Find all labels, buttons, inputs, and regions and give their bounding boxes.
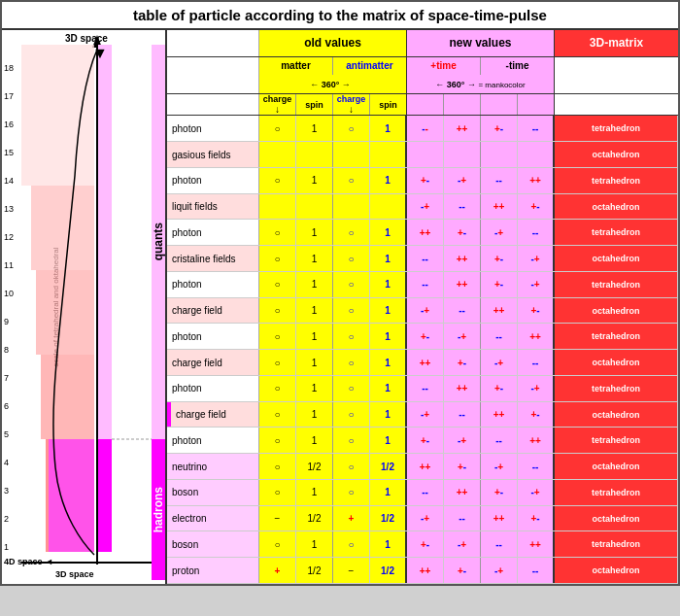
hadrons-label: hadrons	[152, 487, 165, 532]
particle-name: photon	[167, 428, 259, 453]
header-3d-matrix: 3D-matrix	[555, 30, 678, 56]
table-row: neutrino ○ 1/2 ○ 1/2 ++ +- -+ -- octahed…	[167, 454, 678, 480]
header-new-values: new values	[407, 30, 555, 56]
particle-cells: ○ 1 ○ 1 -- ++ +- -+ tetrahedron	[259, 480, 678, 505]
table-row: charge field ○ 1 ○ 1 ++ +- -+ -- octahed…	[167, 350, 678, 376]
particle-name: boson	[167, 531, 259, 557]
table-row: electron − 1/2 + 1/2 -+ -- ++ +- octahed…	[167, 506, 678, 532]
particle-cells: − 1/2 + 1/2 -+ -- ++ +- octahedron	[259, 506, 678, 531]
label-3d-top: 3D space	[65, 33, 108, 44]
main-container: table of particle according to the matri…	[0, 0, 680, 586]
particle-name: charge field	[167, 350, 259, 375]
svg-rect-6	[36, 270, 94, 355]
particle-name: charge field	[167, 402, 259, 428]
particle-name: liquit fields	[167, 194, 259, 220]
right-panel: old values new values 3D-matrix matter a…	[167, 30, 678, 584]
table-row: photon ○ 1 ○ 1 +- -+ -- ++ tetrahedron	[167, 428, 678, 454]
particle-cells: ○ 1 ○ 1 -- ++ +- -+ tetrahedron	[259, 376, 678, 401]
svg-rect-7	[41, 355, 94, 439]
antimatter-label: antimatter	[333, 57, 407, 75]
table-row: cristaline fields ○ 1 ○ 1 -- ++ +- -+ oc…	[167, 246, 678, 272]
header-particle-empty	[167, 30, 259, 56]
particle-cells: ○ 1 ○ 1 +- -+ -- ++ tetrahedron	[259, 531, 678, 557]
svg-rect-5	[31, 186, 94, 270]
page-title: table of particle according to the matri…	[2, 2, 678, 30]
particle-name: photon	[167, 376, 259, 401]
svg-rect-12	[98, 439, 112, 552]
sub-header-row1: matter antimatter +time -time	[167, 57, 678, 75]
table-row: liquit fields -+ -- ++ +- octahedron	[167, 194, 678, 221]
quants-label: quants	[152, 222, 165, 260]
particle-cells: ○ 1 ○ 1 +- -+ -- ++ tetrahedron	[259, 428, 678, 453]
particle-name: electron	[167, 506, 259, 531]
table-row: photon ○ 1 ○ 1 -- ++ +- -+ tetrahedron	[167, 376, 678, 402]
particle-name: photon	[167, 324, 259, 349]
particle-name: photon	[167, 116, 259, 141]
table-row: photon ○ 1 ○ 1 ++ +- -+ -- tetrahedron	[167, 220, 678, 246]
table-row: photon ○ 1 ○ 1 +- -+ -- ++ tetrahedron	[167, 168, 678, 194]
particle-name: proton	[167, 558, 259, 583]
particle-cells: ○ 1 ○ 1 -- ++ +- -- tetrahedron	[259, 116, 678, 141]
particle-name: photon	[167, 220, 259, 245]
table-row: proton + 1/2 − 1/2 ++ +- -+ -- octahedro…	[167, 558, 678, 584]
minus-time-label: -time	[481, 57, 555, 75]
table-row: boson ○ 1 ○ 1 -- ++ +- -+ tetrahedron	[167, 480, 678, 506]
table-row: charge field ○ 1 ○ 1 -+ -- ++ +- octahed…	[167, 402, 678, 428]
particle-cells: ○ 1 ○ 1 +- -+ -- ++ tetrahedron	[259, 324, 678, 349]
particle-name: gasious fields	[167, 142, 259, 167]
svg-rect-11	[98, 45, 112, 439]
particle-cells: ○ 1 ○ 1 -- ++ +- -+ tetrahedron	[259, 272, 678, 297]
particle-cells: ○ 1/2 ○ 1/2 ++ +- -+ -- octahedron	[259, 454, 678, 479]
sub-header-old: ← 360° →	[259, 75, 407, 93]
matter-label: matter	[259, 57, 333, 75]
table-row: photon ○ 1 ○ 1 +- -+ -- ++ tetrahedron	[167, 324, 678, 350]
particle-name: charge field	[167, 298, 259, 324]
particle-name: cristaline fields	[167, 246, 259, 271]
particle-name: photon	[167, 272, 259, 297]
quants-section: quants	[152, 45, 165, 439]
particle-cells: ○ 1 ○ 1 ++ +- -+ -- tetrahedron	[259, 220, 678, 245]
particle-cells: + 1/2 − 1/2 ++ +- -+ -- octahedron	[259, 558, 678, 583]
plus-time-label: +time	[407, 57, 481, 75]
svg-rect-9	[49, 439, 94, 552]
particle-cells: ○ 1 ○ 1 -+ -- ++ +- octahedron	[259, 402, 678, 428]
table-row: charge field ○ 1 ○ 1 -+ -- ++ +- octahed…	[167, 298, 678, 325]
particle-cells: ○ 1 ○ 1 +- -+ -- ++ tetrahedron	[259, 168, 678, 193]
hadrons-section: hadrons	[152, 439, 165, 580]
particle-name: boson	[167, 480, 259, 505]
particle-name: neutrino	[167, 454, 259, 479]
particle-cells: ○ 1 ○ 1 ++ +- -+ -- octahedron	[259, 350, 678, 375]
particle-cells: -+ -- ++ +- octahedron	[259, 194, 678, 220]
headers-row: old values new values 3D-matrix	[167, 30, 678, 57]
table-row: gasious fields octahedron	[167, 142, 678, 168]
particle-cells: ○ 1 ○ 1 -+ -- ++ +- octahedron	[259, 298, 678, 324]
particle-cells: ○ 1 ○ 1 -- ++ +- -+ octahedron	[259, 246, 678, 271]
particle-name: photon	[167, 168, 259, 193]
table-row: boson ○ 1 ○ 1 +- -+ -- ++ tetrahedron	[167, 531, 678, 558]
table-row: photon ○ 1 ○ 1 -- ++ +- -+ tetrahedron	[167, 272, 678, 298]
sub-header-row2: ← 360° → ← 360° → = mankocolor	[167, 75, 678, 94]
sub-header-new: ← 360° → = mankocolor	[407, 75, 555, 93]
header-old-values: old values	[259, 30, 407, 56]
content-area: 3D space ▼ 4D space ◄ 3D space scale of …	[2, 30, 678, 584]
left-panel: 3D space ▼ 4D space ◄ 3D space scale of …	[2, 30, 167, 584]
particle-cells: octahedron	[259, 142, 678, 167]
graph-svg	[2, 30, 167, 584]
arrow-down: ▼	[92, 45, 108, 62]
sub-header-row3: charge ↓ spin charge ↓	[167, 94, 678, 116]
svg-rect-4	[21, 45, 94, 186]
table-row: photon ○ 1 ○ 1 -- ++ +- -- tetrahedron	[167, 116, 678, 142]
